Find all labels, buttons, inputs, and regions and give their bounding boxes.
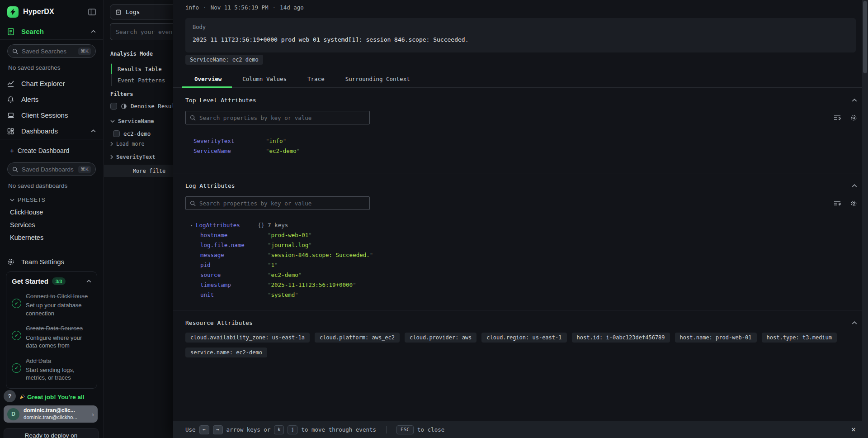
scrollbar-thumb[interactable]	[863, 1, 867, 73]
properties-search-input[interactable]	[199, 114, 365, 121]
attribute-row[interactable]: messagesession-846.scope: Succeeded.	[200, 250, 868, 260]
sidebar-item-search[interactable]: Search	[0, 24, 103, 39]
body-value: 2025-11-11T23:56:19+0000 prod-web-01 sys…	[193, 36, 849, 43]
search-icon	[190, 200, 196, 206]
properties-search-input[interactable]	[199, 200, 365, 207]
step-subtitle: Set up your database connection	[26, 301, 91, 317]
tab-surrounding-context[interactable]: Surrounding Context	[335, 71, 420, 87]
sidebar-item-client-sessions[interactable]: Client Sessions	[0, 107, 103, 123]
severity-text: info	[185, 4, 199, 11]
sidebar-item-label: Dashboards	[21, 127, 58, 135]
tab-overview[interactable]: Overview	[182, 71, 232, 87]
sidebar-item-dashboards[interactable]: Dashboards	[0, 123, 103, 139]
attribute-row[interactable]: sourceec2-demo	[200, 270, 868, 280]
sidebar-item-chart-explorer[interactable]: Chart Explorer	[0, 76, 103, 91]
attribute-row[interactable]: log.file.namejournal.log	[200, 240, 868, 250]
settings-gear-icon[interactable]	[850, 200, 857, 207]
properties-search-box[interactable]	[185, 111, 370, 124]
check-circle-icon: ✓	[12, 331, 21, 340]
saved-dashboards-input[interactable]: Saved Dashboards ⌘K	[7, 162, 96, 176]
filter-group-severitytext[interactable]: SeverityText	[110, 154, 156, 160]
gear-icon	[7, 258, 15, 266]
celebration-text: Great job! You're all	[19, 394, 85, 400]
tab-column-values[interactable]: Column Values	[232, 71, 297, 87]
chevron-up-icon[interactable]	[852, 184, 857, 187]
help-button[interactable]: ?	[4, 390, 16, 402]
resource-chip[interactable]: cloud.provider: aws	[405, 333, 476, 343]
section-title: Log Attributes	[185, 182, 852, 189]
preset-clickhouse[interactable]: ClickHouse	[0, 206, 103, 219]
attribute-row[interactable]: timestamp2025-11-11T23:56:19+0000	[200, 280, 868, 290]
event-search-input[interactable]	[110, 23, 173, 40]
hyperdx-logo-icon	[7, 6, 19, 18]
attribute-row[interactable]: hostnameprod-web-01	[200, 230, 868, 240]
saved-searches-input[interactable]: Saved Searches ⌘K	[7, 44, 96, 58]
resource-chip[interactable]: cloud.region: us-east-1	[481, 333, 566, 343]
ec2-demo-checkbox[interactable]	[113, 130, 120, 137]
attribute-row[interactable]: ServiceNameec2-demo	[193, 146, 868, 156]
chevron-down-icon	[10, 199, 14, 201]
load-more-button[interactable]: Load more	[110, 141, 144, 147]
resource-chip[interactable]: cloud.availability_zone: us-east-1a	[185, 333, 310, 343]
resource-chip[interactable]: host.type: t3.medium	[762, 333, 837, 343]
close-icon[interactable]: ×	[851, 426, 856, 433]
top-level-attribute-rows: SeverityTextinfo ServiceNameec2-demo	[193, 136, 868, 156]
resource-chip[interactable]: cloud.platform: aws_ec2	[315, 333, 400, 343]
get-started-step-add-data[interactable]: ✓ Add Data Start sending logs, metrics, …	[12, 357, 91, 382]
preset-services[interactable]: Services	[0, 219, 103, 231]
create-dashboard-button[interactable]: + Create Dashboard	[0, 143, 103, 158]
source-selector-button[interactable]: Logs	[110, 5, 173, 19]
get-started-step-connect[interactable]: ✓ Connect to ClickHouse Set up your data…	[12, 292, 91, 317]
deploy-banner[interactable]: Ready to deploy on	[4, 428, 99, 438]
panel-scrollbar[interactable]	[862, 0, 868, 438]
attribute-row[interactable]: unitsystemd	[200, 290, 868, 300]
attribute-row[interactable]: pid1	[200, 260, 868, 270]
denoise-checkbox[interactable]	[110, 103, 117, 110]
get-started-step-sources[interactable]: ✓ Create Data Sources Configure where yo…	[12, 324, 91, 349]
section-title: Top Level Attributes	[185, 97, 852, 104]
bell-icon	[7, 96, 15, 103]
attribute-row[interactable]: SeverityTextinfo	[193, 136, 868, 146]
settings-gear-icon[interactable]	[850, 114, 857, 121]
chevron-up-icon[interactable]	[852, 99, 857, 102]
more-filters-button[interactable]: More filte	[104, 165, 173, 177]
tab-trace[interactable]: Trace	[297, 71, 335, 87]
preset-kubernetes[interactable]: Kubernetes	[0, 231, 103, 244]
get-started-badge: 3/3	[52, 277, 66, 285]
wrap-lines-icon[interactable]	[834, 114, 841, 121]
mode-results-table[interactable]: Results Table	[112, 63, 165, 75]
service-name-chip[interactable]: ServiceName: ec2-demo	[185, 55, 263, 65]
user-profile-button[interactable]: D dominic.tran@clic... dominic.tran@clic…	[4, 405, 98, 423]
event-relative-time: 14d ago	[280, 4, 304, 11]
resource-chip[interactable]: service.name: ec2-demo	[185, 348, 267, 357]
no-saved-dashboards-text: No saved dashboards	[0, 179, 103, 194]
denoise-filter-row[interactable]: Denoise Resul	[110, 103, 173, 110]
filter-group-servicename[interactable]: ServiceName	[110, 118, 154, 124]
filter-value-ec2-demo[interactable]: ec2-demo	[113, 130, 151, 137]
chevron-up-icon[interactable]	[852, 321, 857, 324]
chevron-right-icon	[110, 142, 113, 146]
sidebar-item-alerts[interactable]: Alerts	[0, 91, 103, 107]
event-header: info · Nov 11 5:56:19 PM · 14d ago	[185, 4, 304, 11]
check-circle-icon: ✓	[12, 299, 21, 308]
resource-attribute-chips: cloud.availability_zone: us-east-1a clou…	[185, 333, 868, 357]
search-icon	[12, 48, 18, 54]
log-attributes-root-row[interactable]: ▾ LogAttributes {}7 keys	[190, 220, 868, 230]
resource-chip[interactable]: host.id: i-0abc123def456789	[572, 333, 670, 343]
get-started-title: Get Started	[12, 277, 48, 285]
mode-event-patterns[interactable]: Event Patterns	[112, 75, 165, 86]
denoise-label: Denoise Resul	[131, 103, 173, 110]
presets-toggle[interactable]: PRESETS	[0, 194, 103, 206]
event-body-card[interactable]: Body 2025-11-11T23:56:19+0000 prod-web-0…	[185, 18, 856, 52]
laptop-icon	[7, 112, 15, 119]
resource-chip[interactable]: host.name: prod-web-01	[675, 333, 757, 343]
kbd-cmd-k: ⌘K	[78, 48, 91, 55]
sidebar-item-team-settings[interactable]: Team Settings	[0, 254, 103, 270]
chevron-up-icon[interactable]	[86, 280, 91, 283]
log-attributes-tree: ▾ LogAttributes {}7 keys hostnameprod-we…	[190, 220, 868, 300]
step-subtitle: Configure where your data comes from	[26, 334, 91, 350]
sidebar-collapse-icon[interactable]	[88, 9, 96, 15]
user-name: dominic.tran@clic...	[24, 407, 77, 414]
wrap-lines-icon[interactable]	[834, 200, 841, 207]
properties-search-box[interactable]	[185, 196, 370, 210]
